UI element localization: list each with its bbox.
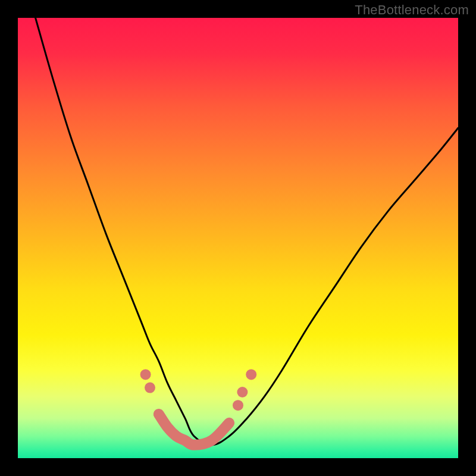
highlight-dot [246,369,256,380]
highlight-dot [237,387,248,397]
chart-frame: TheBottleneck.com [0,0,476,476]
curve-layer [18,18,458,458]
watermark-text: TheBottleneck.com [355,2,469,18]
highlight-dots [140,369,257,411]
highlight-segment [159,414,229,445]
highlight-dot [233,400,243,411]
highlight-dot [145,383,155,393]
plot-area [18,18,458,458]
main-curve [36,18,458,445]
highlight-dot [140,369,151,380]
